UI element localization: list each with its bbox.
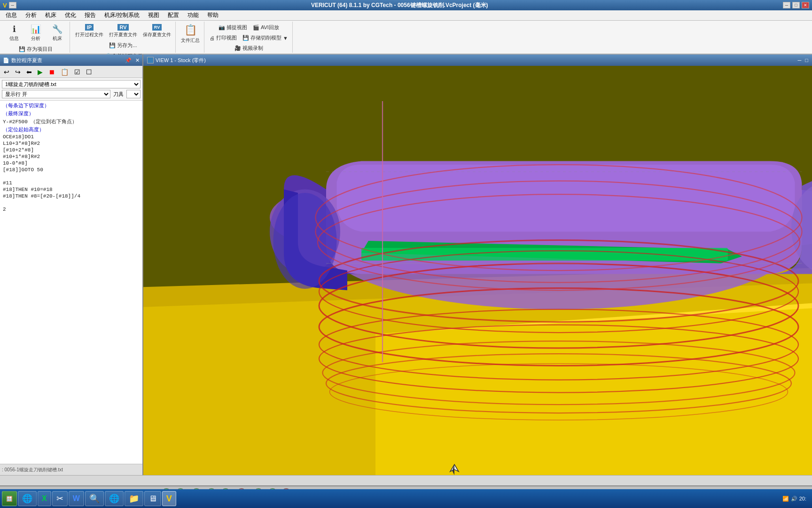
system-menu[interactable]: ─	[9, 2, 16, 8]
nc-btn-back[interactable]: ⬅	[24, 67, 34, 77]
nc-code-area[interactable]: （每条边下切深度） （最终深度） Y-#2F500 （定位到右下角点） （定位起…	[0, 101, 142, 464]
menu-function[interactable]: 功能	[184, 10, 203, 20]
save-cut-icon: 💾	[242, 35, 249, 41]
close-button[interactable]: ✕	[802, 2, 809, 8]
title-left: V ─	[3, 2, 16, 9]
menu-machine-control[interactable]: 机床/控制系统	[101, 10, 143, 20]
btn-info[interactable]: ℹ 信息	[4, 23, 24, 43]
view-minimize[interactable]: ─	[798, 57, 802, 63]
nc-line: 2	[2, 206, 141, 213]
btn-rv[interactable]: RV 打开夏查文件	[107, 23, 140, 40]
titlebar: V ─ VERICUT (64) 8.1.1 by CGTech - 0056键…	[0, 0, 812, 10]
capture-label: 捕捉视图	[226, 24, 247, 31]
nc-display-select[interactable]: 显示行 开	[2, 90, 110, 98]
title-controls-right: ─ □ ✕	[783, 2, 809, 8]
tray-volume-icon: 🔊	[791, 496, 797, 502]
file-summary-label: 文件汇总	[181, 37, 200, 44]
tray-network-icon: 📶	[782, 496, 789, 502]
taskbar-vericut[interactable]: V	[162, 491, 176, 506]
nc-btn-list[interactable]: 📋	[59, 67, 70, 77]
open-rv-label: 打开夏查文件	[109, 32, 137, 38]
btn-analyze[interactable]: 📊 分析	[25, 23, 46, 43]
toolbar-group-summary: 📋 文件汇总	[177, 22, 204, 53]
save-cut-dropdown[interactable]: ▼	[283, 35, 288, 41]
rv-badge: RV	[117, 24, 128, 31]
btn-open-process[interactable]: IP 打开过程文件	[73, 23, 106, 40]
print-icon: 🖨	[210, 35, 215, 41]
menu-help[interactable]: 帮助	[203, 10, 222, 20]
nc-btn-play[interactable]: ▶	[36, 67, 45, 77]
btn-rv2[interactable]: RV 保存夏查文件	[141, 23, 173, 40]
btn-save-cut-model[interactable]: 💾 存储切削模型 ▼	[240, 33, 290, 43]
toolbar-row-1: ℹ 信息 📊 分析 🔧 机床	[4, 23, 68, 43]
nc-panel-pin[interactable]: 📌	[125, 57, 132, 64]
avi-label: AVI回放	[261, 24, 279, 31]
menu-config[interactable]: 配置	[164, 10, 183, 20]
btn-avi[interactable]: 🎬 AVI回放	[250, 23, 281, 32]
nc-line: （定位起始高度）	[2, 126, 141, 134]
menu-report[interactable]: 报告	[81, 10, 100, 20]
nc-btn-stop[interactable]: ⏹	[47, 67, 57, 77]
nc-line: [#18]]GOTO 50	[2, 167, 141, 173]
nc-line	[2, 173, 141, 180]
snagit-icon: ✂	[56, 493, 63, 504]
taskbar-folder[interactable]: 📁	[125, 491, 143, 506]
nc-dropdowns: 1螺旋走刀铣削键槽.txt 显示行 开 刀具	[0, 78, 142, 101]
print-label: 打印视图	[216, 34, 237, 41]
nc-panel-close[interactable]: ✕	[135, 57, 140, 64]
desktop-icon: 🖥	[148, 494, 157, 504]
taskbar-snagit[interactable]: ✂	[52, 491, 68, 506]
btn-info-label: 信息	[9, 35, 19, 42]
nc-panel-icon: 📄	[3, 57, 9, 64]
taskbar-ie2[interactable]: 🌐	[105, 491, 124, 506]
taskbar-excel[interactable]: X	[38, 491, 51, 506]
menu-optimize[interactable]: 优化	[61, 10, 80, 20]
save-rv-label: 保存夏查文件	[143, 32, 171, 38]
nc-footer: : 0056-1螺旋走刀铣削键槽.txt	[0, 464, 142, 475]
btn-capture-view[interactable]: 📷 捕捉视图	[216, 23, 250, 32]
btn-save-project[interactable]: 💾 存为项目目	[16, 44, 55, 54]
3d-viewport[interactable]	[143, 66, 812, 475]
open-process-label: 打开过程文件	[75, 32, 103, 38]
menu-machine[interactable]: 机床	[41, 10, 60, 20]
nc-file-select[interactable]: 1螺旋走刀铣削键槽.txt	[2, 80, 141, 88]
app-title: VERICUT (64) 8.1.1 by CGTech - 0056键槽螺旋铣…	[311, 1, 488, 9]
restore-button[interactable]: □	[792, 2, 800, 8]
btn-save-process[interactable]: 💾 另存为...	[107, 40, 139, 50]
taskbar-ie[interactable]: 🌐	[18, 491, 37, 506]
toolbar-group-project: ℹ 信息 📊 分析 🔧 机床 💾 存为项目目 💾 另存为... 💾	[2, 22, 70, 53]
vericut-icon: V	[166, 494, 172, 504]
statusbar	[0, 475, 812, 485]
btn-print-view[interactable]: 🖨 打印视图	[207, 33, 239, 43]
nc-btn-check2[interactable]: ☐	[84, 67, 94, 77]
nc-btn-check1[interactable]: ☑	[72, 67, 82, 77]
nc-line: #18]THEN #8=[#20-[#18]]/4	[2, 193, 141, 199]
menu-analyze[interactable]: 分析	[22, 10, 40, 20]
nc-line: Y-#2F500 （定位到右下角点）	[2, 118, 141, 126]
toolbar: ℹ 信息 📊 分析 🔧 机床 💾 存为项目目 💾 另存为... 💾	[0, 21, 812, 55]
save-project-icon: 💾	[19, 46, 25, 52]
btn-machine-label: 机床	[53, 35, 62, 42]
summary-row: 📋 文件汇总	[179, 23, 202, 45]
save-process-label: 另存为...	[117, 42, 137, 49]
menu-view[interactable]: 视图	[144, 10, 163, 20]
btn-machine[interactable]: 🔧 机床	[47, 23, 68, 43]
taskbar-word[interactable]: W	[69, 491, 84, 506]
ie-icon: 🌐	[22, 493, 32, 504]
svg-point-11	[273, 193, 337, 289]
btn-analyze-label: 分析	[31, 35, 40, 42]
btn-video-record[interactable]: 🎥 视频录制	[232, 43, 265, 53]
taskbar-desktop[interactable]: 🖥	[144, 491, 161, 506]
nc-tool-select[interactable]	[126, 90, 141, 98]
taskbar-start[interactable]: 🪟	[2, 491, 17, 506]
view-title: VIEW 1 - Stock (零件)	[156, 57, 206, 64]
taskbar-search[interactable]: 🔍	[85, 491, 104, 506]
btn-file-summary[interactable]: 📋 文件汇总	[179, 23, 202, 45]
view-maximize[interactable]: □	[805, 57, 808, 63]
scene-svg	[143, 66, 812, 475]
nc-btn-undo[interactable]: ↩	[2, 67, 11, 77]
view-icon	[147, 57, 154, 64]
minimize-button[interactable]: ─	[783, 2, 790, 8]
menu-info[interactable]: 信息	[2, 10, 21, 20]
nc-btn-redo[interactable]: ↪	[13, 67, 23, 77]
